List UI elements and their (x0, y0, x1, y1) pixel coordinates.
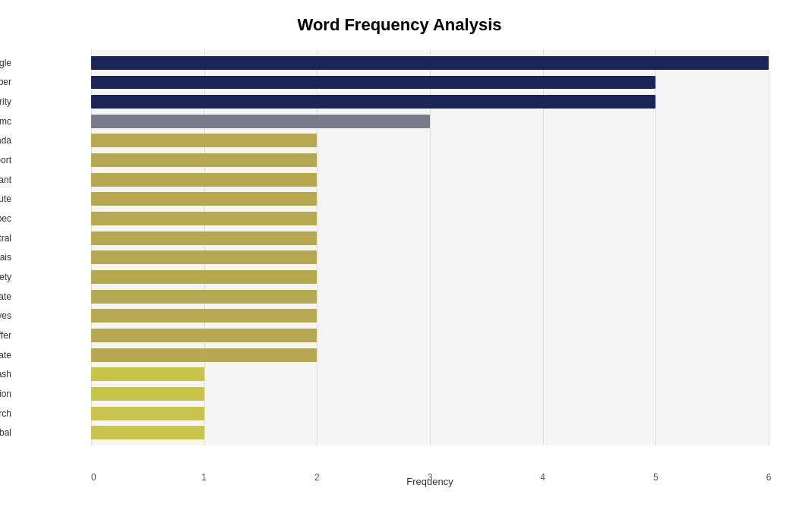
bar (91, 407, 204, 420)
bar-row: certificate (91, 345, 769, 365)
bar-row: create (91, 287, 769, 307)
bar-row: society (91, 267, 769, 287)
bars-wrapper: googlecybercybersecurityimccanadasupport… (91, 50, 769, 445)
bar-label: cybersecurity (0, 96, 11, 107)
bar-label: society (0, 272, 11, 282)
bar-label: montral (0, 233, 11, 244)
bar (91, 153, 317, 167)
bar-row: gervais (91, 248, 769, 268)
bar-label: qubec (0, 213, 11, 224)
bar (91, 212, 317, 225)
bar (91, 348, 317, 362)
bar (91, 387, 204, 401)
bar-label: imc (0, 116, 11, 127)
bar-label: create (0, 291, 11, 302)
bar (91, 270, 317, 284)
bar-label: research (0, 408, 11, 419)
bar (91, 309, 317, 323)
bar-row: initiatives (91, 307, 769, 326)
bar-label: google (0, 58, 11, 68)
bar-rows: googlecybercybersecurityimccanadasupport… (91, 50, 769, 445)
bar-label: initiatives (0, 310, 11, 321)
bar-label: hash (0, 369, 11, 379)
chart-title: Word Frequency Analysis (15, 15, 784, 35)
bar-row: global (91, 423, 769, 442)
bar-row: cybersecurity (91, 92, 769, 112)
bar (91, 115, 430, 128)
bar (91, 192, 317, 206)
bar-row: cyber (91, 73, 769, 93)
bar (91, 367, 204, 381)
bar (91, 329, 317, 342)
bar (91, 95, 655, 109)
x-tick: 6 (766, 472, 772, 483)
bar-label: canada (0, 135, 11, 146)
bar-label: cyber (0, 77, 11, 87)
bar-row: grant (91, 170, 769, 190)
bar-label: support (0, 155, 11, 165)
plot-area: googlecybercybersecurityimccanadasupport… (91, 50, 769, 445)
chart-area: googlecybercybersecurityimccanadasupport… (15, 50, 784, 476)
bar (91, 290, 317, 304)
x-tick: 0 (91, 472, 96, 483)
bar-row: montral (91, 228, 769, 248)
bar-label: offer (0, 330, 11, 341)
bar (91, 76, 655, 90)
chart-container: Word Frequency Analysis googlecybercyber… (0, 0, 799, 532)
x-tick: 4 (540, 472, 545, 483)
bar (91, 250, 317, 264)
bar (91, 134, 317, 147)
bar-row: qubec (91, 209, 769, 228)
bar (91, 231, 317, 245)
bar-label: institute (0, 194, 11, 204)
grid-line (769, 50, 769, 445)
bar-row: google (91, 53, 769, 73)
x-tick: 2 (314, 472, 320, 483)
bar-row: million (91, 384, 769, 404)
x-axis-label: Frequency (406, 476, 453, 487)
bar (91, 426, 204, 439)
bar-label: grant (0, 175, 11, 185)
bar-row: institute (91, 190, 769, 209)
bar-row: hash (91, 365, 769, 385)
bar-row: imc (91, 112, 769, 131)
x-tick: 1 (201, 472, 207, 483)
bar (91, 56, 769, 70)
bar-label: gervais (0, 252, 11, 263)
bar-label: global (0, 427, 11, 438)
bar-row: research (91, 404, 769, 423)
bar-row: support (91, 150, 769, 170)
bar-row: offer (91, 326, 769, 345)
bar (91, 173, 317, 187)
bar-label: certificate (0, 350, 11, 360)
x-tick: 5 (653, 472, 658, 483)
bar-label: million (0, 389, 11, 399)
bar-row: canada (91, 131, 769, 151)
